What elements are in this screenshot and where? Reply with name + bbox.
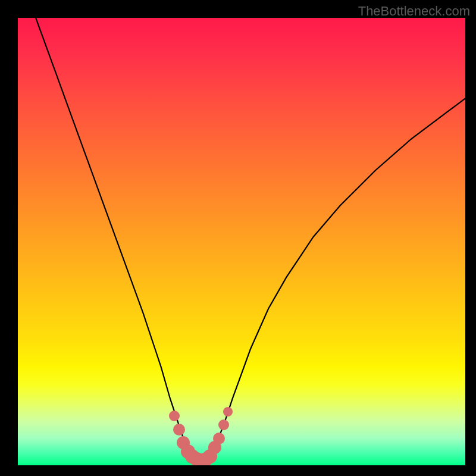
marker-dot bbox=[173, 424, 185, 436]
marker-layer bbox=[18, 18, 465, 465]
watermark-text: TheBottleneck.com bbox=[358, 4, 470, 19]
plot-area bbox=[18, 18, 465, 465]
marker-dot bbox=[223, 407, 233, 416]
marker-dot bbox=[169, 411, 180, 421]
marker-dot bbox=[213, 433, 225, 444]
marker-dot bbox=[218, 419, 229, 430]
